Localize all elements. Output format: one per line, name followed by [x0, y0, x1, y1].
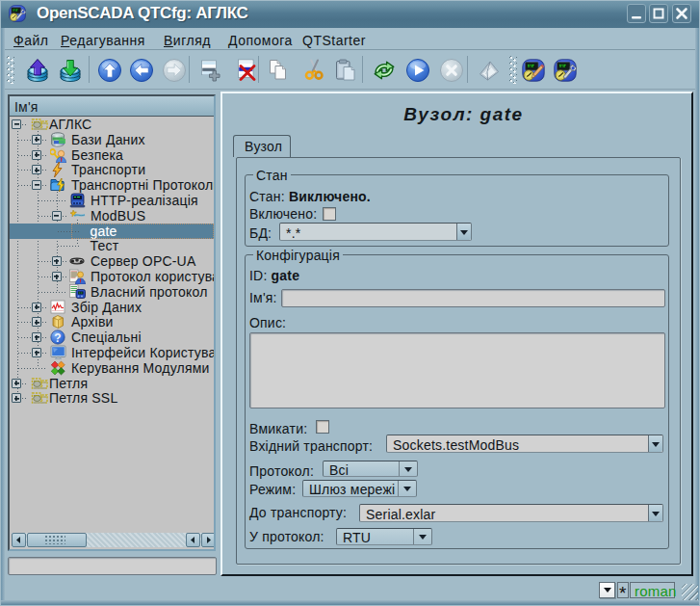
svg-text:?: ?: [54, 331, 62, 345]
